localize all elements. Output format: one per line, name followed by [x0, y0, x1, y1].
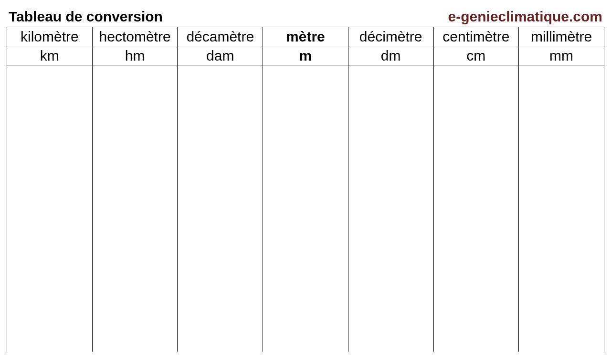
unit-abbr-cell: dm — [348, 46, 433, 65]
page: Tableau de conversion e-genieclimatique.… — [0, 0, 611, 360]
brand-label: e-genieclimatique.com — [448, 9, 602, 25]
empty-cell — [7, 65, 93, 352]
unit-name-cell: millimètre — [519, 27, 604, 46]
empty-cell — [519, 65, 604, 352]
unit-name-cell: kilomètre — [7, 27, 93, 46]
empty-cell — [92, 65, 178, 352]
unit-abbr-cell: mm — [519, 46, 604, 65]
empty-body-row — [7, 65, 604, 352]
empty-cell — [263, 65, 348, 352]
header: Tableau de conversion e-genieclimatique.… — [7, 9, 604, 25]
conversion-table: kilomètre hectomètre décamètre mètre déc… — [7, 27, 604, 352]
empty-cell — [433, 65, 519, 352]
unit-abbr-cell: km — [7, 46, 93, 65]
unit-name-cell: décamètre — [178, 27, 263, 46]
unit-name-row: kilomètre hectomètre décamètre mètre déc… — [7, 27, 604, 46]
unit-abbr-cell: dam — [178, 46, 263, 65]
unit-name-cell: décimètre — [348, 27, 433, 46]
empty-cell — [178, 65, 263, 352]
empty-cell — [348, 65, 433, 352]
unit-abbr-cell: cm — [433, 46, 519, 65]
unit-abbr-row: km hm dam m dm cm mm — [7, 46, 604, 65]
page-title: Tableau de conversion — [9, 9, 163, 25]
unit-name-cell: centimètre — [433, 27, 519, 46]
unit-abbr-cell: hm — [92, 46, 178, 65]
unit-name-cell: mètre — [263, 27, 348, 46]
unit-name-cell: hectomètre — [92, 27, 178, 46]
unit-abbr-cell: m — [263, 46, 348, 65]
